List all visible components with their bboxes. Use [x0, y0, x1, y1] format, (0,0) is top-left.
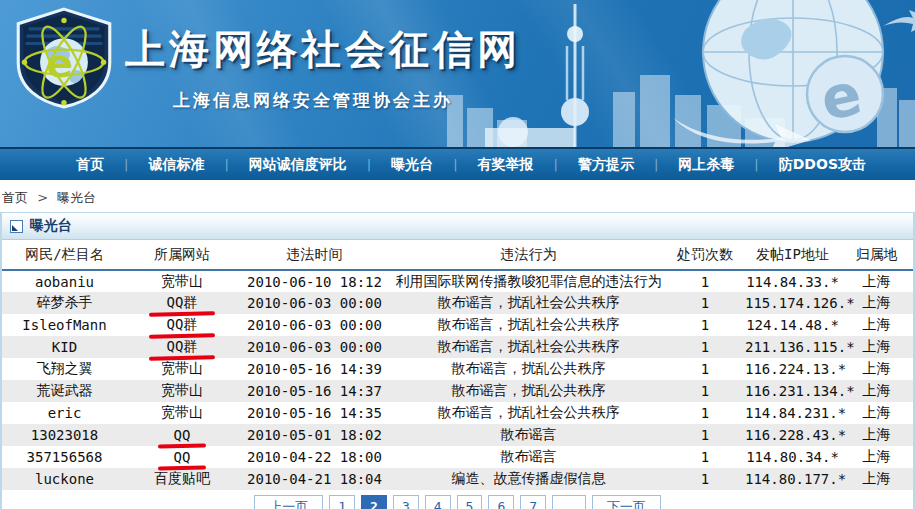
breadcrumb: 首页 > 曝光台	[0, 180, 915, 212]
cell-ip: 114.84.231.*	[745, 402, 840, 424]
cell-region: 上海	[840, 468, 913, 490]
cell-time: 2010-05-01 18:02	[237, 424, 392, 446]
cell-name: eric	[2, 402, 127, 424]
cell-time: 2010-04-21 18:04	[237, 468, 392, 490]
table-row: 13023018QQ2010-05-01 18:02散布谣言1116.228.4…	[2, 424, 913, 446]
cell-time: 2010-06-10 18:12	[237, 270, 392, 292]
cell-count: 1	[665, 468, 745, 490]
nav-item-7[interactable]: 防DDOS攻击	[773, 156, 872, 174]
nav-separator: |	[754, 157, 758, 172]
cell-site: 宽带山	[127, 270, 237, 292]
cell-count: 1	[665, 314, 745, 336]
section-title: 曝光台	[30, 217, 72, 235]
nav-item-1[interactable]: 诚信标准	[142, 156, 210, 174]
pagination-page-button-5[interactable]: 5	[457, 495, 483, 509]
cell-time: 2010-06-03 00:00	[237, 292, 392, 314]
cell-site: 宽带山	[127, 402, 237, 424]
section-header: 曝光台	[2, 212, 913, 240]
cell-ip: 115.174.126.*	[745, 292, 840, 314]
column-header-4: 处罚次数	[665, 240, 745, 270]
column-header-1: 所属网站	[127, 240, 237, 270]
cell-ip: 114.80.34.*	[745, 446, 840, 468]
nav-item-0[interactable]: 首页	[70, 156, 110, 174]
section-bullet-icon	[10, 220, 23, 233]
cell-site: 宽带山	[127, 380, 237, 402]
violations-table: 网民/栏目名所属网站违法时间违法行为处罚次数发帖IP地址归属地 aobaniu宽…	[2, 240, 913, 490]
cell-count: 1	[665, 446, 745, 468]
pagination-page-button-..[interactable]: ..	[552, 495, 586, 509]
pagination: 上一页1234567..下一页	[2, 495, 913, 509]
table-row: KIDQQ群2010-06-03 00:00散布谣言，扰乱社会公共秩序1211.…	[2, 336, 913, 358]
table-row: aobaniu宽带山2010-06-10 18:12利用国际联网传播教唆犯罪信息…	[2, 270, 913, 292]
table-row: luckone百度贴吧2010-04-21 18:04编造、故意传播虚假信息11…	[2, 468, 913, 490]
nav-item-5[interactable]: 警方提示	[572, 156, 640, 174]
cell-count: 1	[665, 380, 745, 402]
pagination-next-button[interactable]: 下一页	[592, 495, 661, 509]
table-row: 碎梦杀手QQ群2010-06-03 00:00散布谣言，扰乱社会公共秩序1115…	[2, 292, 913, 314]
table-row: 357156568QQ2010-04-22 18:00散布谣言1114.80.3…	[2, 446, 913, 468]
cell-time: 2010-06-03 00:00	[237, 314, 392, 336]
cell-time: 2010-05-16 14:39	[237, 358, 392, 380]
cell-region: 上海	[840, 292, 913, 314]
cell-region: 上海	[840, 446, 913, 468]
cell-violation: 编造、故意传播虚假信息	[392, 468, 665, 490]
breadcrumb-current: 曝光台	[57, 190, 96, 205]
column-header-0: 网民/栏目名	[2, 240, 127, 270]
pagination-prev-button[interactable]: 上一页	[254, 495, 323, 509]
cell-name: luckone	[2, 468, 127, 490]
column-header-3: 违法行为	[392, 240, 665, 270]
pagination-page-button-3[interactable]: 3	[393, 495, 419, 509]
cell-count: 1	[665, 270, 745, 292]
cell-region: 上海	[840, 336, 913, 358]
cell-violation: 散布谣言，扰乱社会公共秩序	[392, 314, 665, 336]
breadcrumb-home-link[interactable]: 首页	[2, 190, 28, 205]
cell-name: 荒诞武器	[2, 380, 127, 402]
svg-text:e: e	[46, 40, 73, 86]
exposure-panel: 曝光台 网民/栏目名所属网站违法时间违法行为处罚次数发帖IP地址归属地 aoba…	[0, 212, 915, 509]
cell-ip: 114.84.33.*	[745, 270, 840, 292]
cell-site: QQ群	[127, 336, 237, 358]
cell-violation: 散布谣言	[392, 446, 665, 468]
cell-violation: 散布谣言，扰乱公共秩序	[392, 358, 665, 380]
nav-separator: |	[453, 157, 457, 172]
column-header-2: 违法时间	[237, 240, 392, 270]
cell-site: QQ	[127, 446, 237, 468]
cell-region: 上海	[840, 270, 913, 292]
breadcrumb-separator: >	[37, 190, 48, 205]
nav-item-4[interactable]: 有奖举报	[472, 156, 540, 174]
pagination-page-button-7[interactable]: 7	[520, 495, 546, 509]
nav-item-3[interactable]: 曝光台	[385, 156, 439, 174]
pagination-page-button-6[interactable]: 6	[488, 495, 514, 509]
cell-time: 2010-04-22 18:00	[237, 446, 392, 468]
cell-name: 13023018	[2, 424, 127, 446]
cell-count: 1	[665, 292, 745, 314]
cell-ip: 211.136.115.*	[745, 336, 840, 358]
table-header-row: 网民/栏目名所属网站违法时间违法行为处罚次数发帖IP地址归属地	[2, 240, 913, 270]
table-row: 飞翔之翼宽带山2010-05-16 14:39散布谣言，扰乱公共秩序1116.2…	[2, 358, 913, 380]
cell-ip: 116.228.43.*	[745, 424, 840, 446]
nav-separator: |	[367, 157, 371, 172]
main-nav: 首页|诚信标准|网站诚信度评比|曝光台|有奖举报|警方提示|网上杀毒|防DDOS…	[0, 147, 915, 180]
site-banner: e 上海网络社会征信网 上海信息网络安全管理协会主办	[0, 0, 915, 147]
cell-violation: 散布谣言，扰乱社会公共秩序	[392, 402, 665, 424]
pagination-page-button-4[interactable]: 4	[425, 495, 451, 509]
cell-site: QQ	[127, 424, 237, 446]
cell-site: QQ群	[127, 314, 237, 336]
pagination-page-button-1[interactable]: 1	[329, 495, 355, 509]
cell-site: 百度贴吧	[127, 468, 237, 490]
column-header-5: 发帖IP地址	[745, 240, 840, 270]
cell-site: QQ群	[127, 292, 237, 314]
cell-name: IsleofMann	[2, 314, 127, 336]
nav-item-2[interactable]: 网站诚信度评比	[243, 156, 353, 174]
cell-ip: 116.224.13.*	[745, 358, 840, 380]
cell-time: 2010-05-16 14:37	[237, 380, 392, 402]
cell-violation: 散布谣言	[392, 424, 665, 446]
cell-count: 1	[665, 424, 745, 446]
nav-item-6[interactable]: 网上杀毒	[672, 156, 740, 174]
cell-site: 宽带山	[127, 358, 237, 380]
cell-region: 上海	[840, 402, 913, 424]
cell-name: aobaniu	[2, 270, 127, 292]
nav-separator: |	[224, 157, 228, 172]
pagination-page-button-2[interactable]: 2	[361, 495, 387, 509]
e-badge-icon: e	[807, 56, 883, 134]
